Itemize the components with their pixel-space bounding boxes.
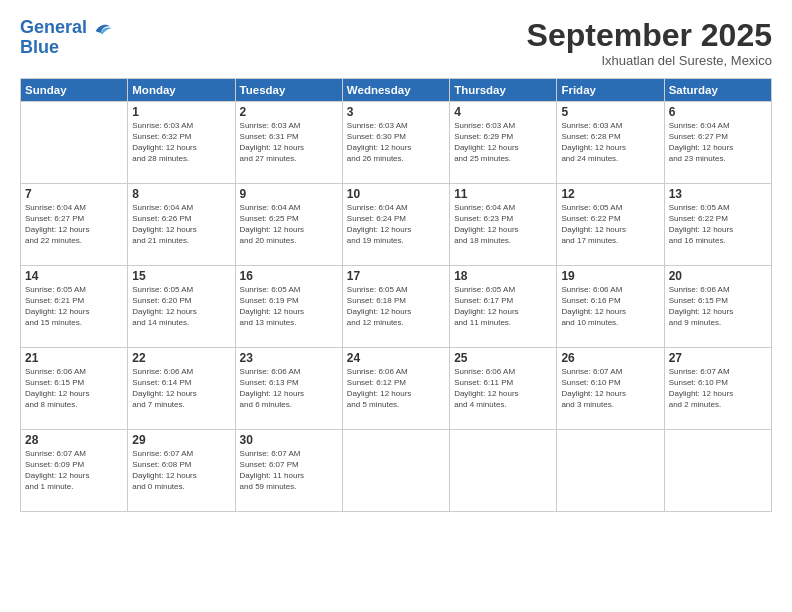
day-cell: 1Sunrise: 6:03 AM Sunset: 6:32 PM Daylig… xyxy=(128,102,235,184)
day-info: Sunrise: 6:04 AM Sunset: 6:27 PM Dayligh… xyxy=(669,121,767,164)
logo: General Blue xyxy=(20,18,112,58)
day-info: Sunrise: 6:04 AM Sunset: 6:25 PM Dayligh… xyxy=(240,203,338,246)
day-cell xyxy=(664,430,771,512)
day-info: Sunrise: 6:06 AM Sunset: 6:11 PM Dayligh… xyxy=(454,367,552,410)
day-cell: 21Sunrise: 6:06 AM Sunset: 6:15 PM Dayli… xyxy=(21,348,128,430)
day-info: Sunrise: 6:05 AM Sunset: 6:22 PM Dayligh… xyxy=(561,203,659,246)
day-cell: 15Sunrise: 6:05 AM Sunset: 6:20 PM Dayli… xyxy=(128,266,235,348)
day-cell: 26Sunrise: 6:07 AM Sunset: 6:10 PM Dayli… xyxy=(557,348,664,430)
day-info: Sunrise: 6:06 AM Sunset: 6:14 PM Dayligh… xyxy=(132,367,230,410)
day-info: Sunrise: 6:07 AM Sunset: 6:07 PM Dayligh… xyxy=(240,449,338,492)
day-number: 2 xyxy=(240,105,338,119)
weekday-header-sunday: Sunday xyxy=(21,79,128,102)
week-row-4: 21Sunrise: 6:06 AM Sunset: 6:15 PM Dayli… xyxy=(21,348,772,430)
day-number: 25 xyxy=(454,351,552,365)
day-number: 22 xyxy=(132,351,230,365)
week-row-1: 1Sunrise: 6:03 AM Sunset: 6:32 PM Daylig… xyxy=(21,102,772,184)
day-info: Sunrise: 6:03 AM Sunset: 6:28 PM Dayligh… xyxy=(561,121,659,164)
weekday-header-row: SundayMondayTuesdayWednesdayThursdayFrid… xyxy=(21,79,772,102)
day-cell: 17Sunrise: 6:05 AM Sunset: 6:18 PM Dayli… xyxy=(342,266,449,348)
day-number: 26 xyxy=(561,351,659,365)
day-number: 16 xyxy=(240,269,338,283)
week-row-3: 14Sunrise: 6:05 AM Sunset: 6:21 PM Dayli… xyxy=(21,266,772,348)
weekday-header-saturday: Saturday xyxy=(664,79,771,102)
day-cell: 9Sunrise: 6:04 AM Sunset: 6:25 PM Daylig… xyxy=(235,184,342,266)
logo-text: General xyxy=(20,18,112,38)
day-number: 24 xyxy=(347,351,445,365)
day-info: Sunrise: 6:06 AM Sunset: 6:15 PM Dayligh… xyxy=(669,285,767,328)
day-number: 15 xyxy=(132,269,230,283)
day-cell: 12Sunrise: 6:05 AM Sunset: 6:22 PM Dayli… xyxy=(557,184,664,266)
day-number: 6 xyxy=(669,105,767,119)
calendar-table: SundayMondayTuesdayWednesdayThursdayFrid… xyxy=(20,78,772,512)
day-number: 28 xyxy=(25,433,123,447)
day-cell: 28Sunrise: 6:07 AM Sunset: 6:09 PM Dayli… xyxy=(21,430,128,512)
day-cell: 13Sunrise: 6:05 AM Sunset: 6:22 PM Dayli… xyxy=(664,184,771,266)
day-cell: 6Sunrise: 6:04 AM Sunset: 6:27 PM Daylig… xyxy=(664,102,771,184)
day-info: Sunrise: 6:07 AM Sunset: 6:10 PM Dayligh… xyxy=(669,367,767,410)
weekday-header-wednesday: Wednesday xyxy=(342,79,449,102)
day-cell: 2Sunrise: 6:03 AM Sunset: 6:31 PM Daylig… xyxy=(235,102,342,184)
day-number: 1 xyxy=(132,105,230,119)
day-cell: 3Sunrise: 6:03 AM Sunset: 6:30 PM Daylig… xyxy=(342,102,449,184)
day-info: Sunrise: 6:06 AM Sunset: 6:15 PM Dayligh… xyxy=(25,367,123,410)
day-info: Sunrise: 6:04 AM Sunset: 6:23 PM Dayligh… xyxy=(454,203,552,246)
day-number: 13 xyxy=(669,187,767,201)
day-info: Sunrise: 6:06 AM Sunset: 6:16 PM Dayligh… xyxy=(561,285,659,328)
week-row-5: 28Sunrise: 6:07 AM Sunset: 6:09 PM Dayli… xyxy=(21,430,772,512)
title-block: September 2025 Ixhuatlan del Sureste, Me… xyxy=(527,18,772,68)
day-number: 5 xyxy=(561,105,659,119)
day-cell: 24Sunrise: 6:06 AM Sunset: 6:12 PM Dayli… xyxy=(342,348,449,430)
day-number: 17 xyxy=(347,269,445,283)
logo-line1: General xyxy=(20,17,87,37)
day-cell: 4Sunrise: 6:03 AM Sunset: 6:29 PM Daylig… xyxy=(450,102,557,184)
day-info: Sunrise: 6:06 AM Sunset: 6:12 PM Dayligh… xyxy=(347,367,445,410)
page: General Blue September 2025 Ixhuatlan de… xyxy=(0,0,792,612)
day-cell: 18Sunrise: 6:05 AM Sunset: 6:17 PM Dayli… xyxy=(450,266,557,348)
day-info: Sunrise: 6:07 AM Sunset: 6:10 PM Dayligh… xyxy=(561,367,659,410)
day-number: 21 xyxy=(25,351,123,365)
weekday-header-thursday: Thursday xyxy=(450,79,557,102)
location: Ixhuatlan del Sureste, Mexico xyxy=(527,53,772,68)
day-number: 14 xyxy=(25,269,123,283)
day-info: Sunrise: 6:06 AM Sunset: 6:13 PM Dayligh… xyxy=(240,367,338,410)
day-number: 23 xyxy=(240,351,338,365)
logo-bird-icon xyxy=(94,21,112,35)
day-info: Sunrise: 6:05 AM Sunset: 6:19 PM Dayligh… xyxy=(240,285,338,328)
month-title: September 2025 xyxy=(527,18,772,53)
day-cell xyxy=(21,102,128,184)
header: General Blue September 2025 Ixhuatlan de… xyxy=(20,18,772,68)
day-cell: 7Sunrise: 6:04 AM Sunset: 6:27 PM Daylig… xyxy=(21,184,128,266)
day-number: 27 xyxy=(669,351,767,365)
weekday-header-monday: Monday xyxy=(128,79,235,102)
day-info: Sunrise: 6:03 AM Sunset: 6:30 PM Dayligh… xyxy=(347,121,445,164)
day-number: 18 xyxy=(454,269,552,283)
day-number: 20 xyxy=(669,269,767,283)
day-cell: 14Sunrise: 6:05 AM Sunset: 6:21 PM Dayli… xyxy=(21,266,128,348)
day-cell: 10Sunrise: 6:04 AM Sunset: 6:24 PM Dayli… xyxy=(342,184,449,266)
weekday-header-tuesday: Tuesday xyxy=(235,79,342,102)
day-cell: 16Sunrise: 6:05 AM Sunset: 6:19 PM Dayli… xyxy=(235,266,342,348)
day-cell xyxy=(557,430,664,512)
day-cell xyxy=(450,430,557,512)
day-info: Sunrise: 6:04 AM Sunset: 6:27 PM Dayligh… xyxy=(25,203,123,246)
day-cell: 25Sunrise: 6:06 AM Sunset: 6:11 PM Dayli… xyxy=(450,348,557,430)
day-number: 30 xyxy=(240,433,338,447)
day-cell: 27Sunrise: 6:07 AM Sunset: 6:10 PM Dayli… xyxy=(664,348,771,430)
day-number: 4 xyxy=(454,105,552,119)
day-info: Sunrise: 6:05 AM Sunset: 6:17 PM Dayligh… xyxy=(454,285,552,328)
day-number: 11 xyxy=(454,187,552,201)
day-number: 19 xyxy=(561,269,659,283)
day-number: 3 xyxy=(347,105,445,119)
day-cell: 30Sunrise: 6:07 AM Sunset: 6:07 PM Dayli… xyxy=(235,430,342,512)
day-number: 7 xyxy=(25,187,123,201)
day-info: Sunrise: 6:05 AM Sunset: 6:20 PM Dayligh… xyxy=(132,285,230,328)
day-info: Sunrise: 6:04 AM Sunset: 6:24 PM Dayligh… xyxy=(347,203,445,246)
day-number: 12 xyxy=(561,187,659,201)
day-info: Sunrise: 6:04 AM Sunset: 6:26 PM Dayligh… xyxy=(132,203,230,246)
week-row-2: 7Sunrise: 6:04 AM Sunset: 6:27 PM Daylig… xyxy=(21,184,772,266)
day-info: Sunrise: 6:05 AM Sunset: 6:21 PM Dayligh… xyxy=(25,285,123,328)
day-number: 9 xyxy=(240,187,338,201)
day-cell: 19Sunrise: 6:06 AM Sunset: 6:16 PM Dayli… xyxy=(557,266,664,348)
day-info: Sunrise: 6:03 AM Sunset: 6:29 PM Dayligh… xyxy=(454,121,552,164)
